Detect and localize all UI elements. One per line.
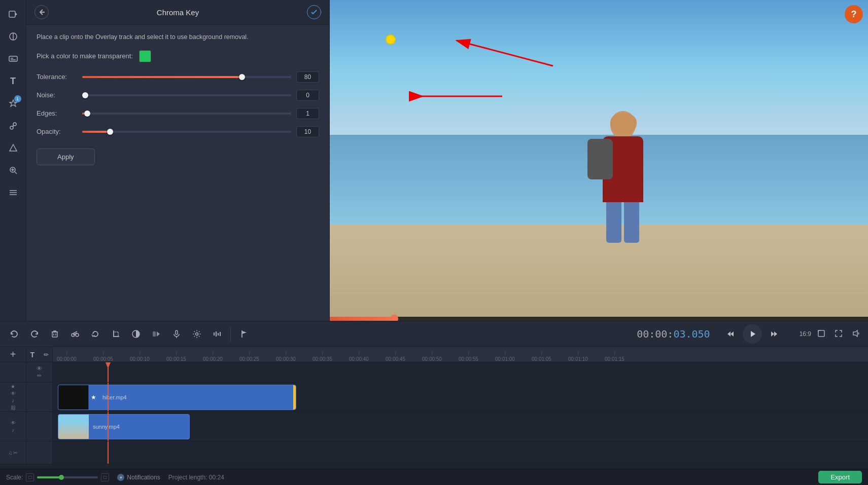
sidebar-item-menu[interactable] — [3, 182, 23, 203]
playhead[interactable] — [108, 362, 109, 382]
clip-hiker-name: hiker.mp4 — [98, 394, 131, 400]
color-pick-row: Pick a color to make transparent: — [37, 50, 319, 62]
svg-rect-32 — [153, 331, 156, 337]
svg-line-13 — [15, 172, 17, 174]
scale-slider[interactable] — [37, 476, 98, 478]
audio-levels-button[interactable] — [208, 325, 226, 343]
audio-cut-btn[interactable]: ✂ — [13, 450, 17, 456]
tolerance-label: Tolerance: — [37, 73, 77, 81]
overlay-track-area[interactable]: ★ hiker.mp4 — [53, 383, 868, 412]
ruler-mark-25: 00:00:25 — [239, 351, 259, 362]
playback-fill — [330, 317, 394, 321]
sidebar-item-shapes[interactable] — [3, 138, 23, 158]
help-button[interactable]: ? — [845, 5, 863, 23]
audio-vol-btn[interactable]: ♫ — [9, 450, 13, 456]
settings-button[interactable] — [188, 325, 206, 343]
clip-sunny[interactable]: sunny.mp4 — [58, 414, 190, 439]
notifications-button[interactable]: ● Notifications — [117, 474, 160, 481]
preview-image: ? — [330, 0, 868, 321]
svg-marker-1 — [15, 13, 17, 16]
svg-line-10 — [13, 125, 13, 127]
noise-slider[interactable] — [82, 90, 291, 100]
opacity-slider[interactable] — [82, 127, 291, 137]
main-track-area[interactable]: sunny.mp4 — [53, 412, 868, 441]
sidebar-item-effects[interactable] — [3, 26, 23, 47]
ruler-mark-10: 00:00:10 — [130, 351, 150, 362]
clip-hiker[interactable]: ★ hiker.mp4 — [58, 385, 296, 410]
noise-value[interactable] — [296, 90, 319, 101]
main-audio-btn[interactable]: ♪ — [12, 427, 14, 433]
tolerance-row: Tolerance: — [37, 71, 319, 83]
svg-rect-47 — [818, 330, 824, 337]
sidebar-item-favorites[interactable]: 1 — [3, 93, 23, 114]
svg-rect-37 — [214, 332, 215, 335]
playhead-line-overlay — [108, 383, 109, 412]
overlay-eye-btn[interactable]: 👁 — [11, 391, 16, 396]
svg-rect-0 — [9, 11, 15, 17]
color-swatch[interactable] — [139, 50, 151, 62]
track-lock-btn-0[interactable]: 👁 — [37, 365, 42, 371]
overlay-link-btn[interactable]: ⛓ — [11, 405, 16, 411]
scale-decrease-button[interactable]: □ — [26, 473, 34, 481]
chroma-confirm-button[interactable] — [307, 5, 321, 19]
transition-button[interactable] — [147, 325, 165, 343]
main-eye-btn[interactable]: 👁 — [11, 420, 16, 426]
edges-slider[interactable] — [82, 108, 291, 119]
cut-button[interactable] — [66, 325, 84, 343]
sidebar-item-captions[interactable] — [3, 49, 23, 69]
voiceover-button[interactable] — [167, 325, 186, 343]
ruler-mark-30: 00:00:30 — [276, 351, 296, 362]
timeline-empty-track: 👁 ✏ — [0, 362, 868, 383]
scale-controls: Scale: □ □ — [6, 473, 109, 481]
sidebar-item-video[interactable] — [3, 4, 23, 24]
rotate-button[interactable] — [86, 325, 105, 343]
redo-button[interactable] — [25, 325, 44, 343]
edges-label: Edges: — [37, 109, 77, 117]
export-button[interactable]: Export — [818, 471, 862, 483]
playback-bar[interactable] — [330, 317, 868, 321]
overlay-audio-btn[interactable]: ♪ — [12, 398, 14, 403]
ruler-mark-65: 00:01:05 — [532, 351, 551, 362]
edges-value[interactable] — [296, 108, 319, 119]
favorites-badge: 1 — [14, 95, 21, 102]
playback-controls — [722, 324, 782, 344]
chroma-panel: Chroma Key Place a clip onto the Overlay… — [26, 0, 330, 321]
flag-button[interactable] — [235, 325, 253, 343]
track-mute-btn-0[interactable]: ✏ — [37, 372, 42, 379]
apply-button[interactable]: Apply — [37, 148, 95, 165]
undo-button[interactable] — [5, 325, 23, 343]
crop-button[interactable] — [107, 325, 125, 343]
svg-rect-34 — [176, 330, 178, 334]
color-button[interactable] — [127, 325, 145, 343]
playhead-line-audio — [108, 441, 109, 464]
fullscreen-preview-button[interactable] — [814, 327, 828, 341]
add-track-button[interactable]: + — [7, 349, 19, 361]
svg-rect-28 — [114, 332, 118, 337]
volume-button[interactable] — [849, 327, 863, 341]
project-length: Project length: 00:24 — [168, 474, 224, 481]
timeline-pen-tool[interactable]: ✏ — [41, 348, 53, 362]
timeline-text-tool[interactable]: T — [26, 348, 39, 362]
opacity-value[interactable] — [296, 126, 319, 137]
delete-button[interactable] — [46, 325, 64, 343]
svg-marker-42 — [727, 331, 731, 337]
expand-button[interactable] — [831, 327, 846, 341]
svg-rect-40 — [220, 332, 221, 336]
sidebar-item-motion[interactable] — [3, 116, 23, 136]
overlay-lock-btn[interactable]: ★ — [11, 384, 15, 389]
play-button[interactable] — [743, 324, 762, 344]
fast-forward-button[interactable] — [766, 326, 782, 342]
rewind-button[interactable] — [722, 326, 739, 342]
svg-rect-38 — [216, 331, 217, 337]
tolerance-slider[interactable] — [82, 72, 291, 82]
scale-increase-button[interactable]: □ — [101, 473, 109, 481]
sidebar-item-titles[interactable]: T — [3, 71, 23, 91]
audio-track-area[interactable] — [53, 441, 868, 464]
tolerance-value[interactable] — [296, 71, 319, 83]
timeline: + T ✏ 00:00:00 00:00:05 00:00:10 00:00:1… — [0, 347, 868, 469]
playback-thumb[interactable] — [390, 315, 398, 321]
svg-marker-45 — [771, 331, 774, 337]
sidebar-item-zoom[interactable] — [3, 160, 23, 180]
color-pick-label: Pick a color to make transparent: — [37, 52, 133, 60]
chroma-back-button[interactable] — [34, 5, 49, 19]
